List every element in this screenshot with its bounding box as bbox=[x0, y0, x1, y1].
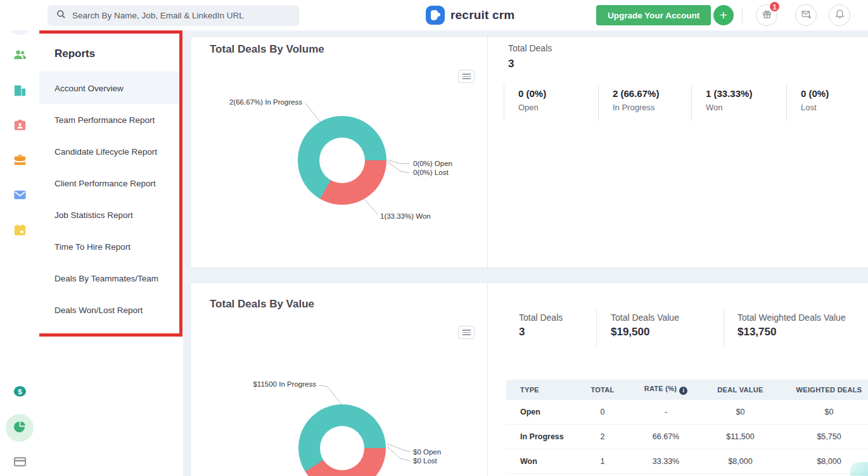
header-weighted-deals: WEIGHTED DEALS bbox=[783, 386, 868, 394]
mail-button[interactable] bbox=[795, 4, 817, 26]
briefcase-icon bbox=[13, 153, 27, 170]
cell-type: Won bbox=[506, 457, 571, 466]
stat-in-progress-value: 2 (66.67%) bbox=[613, 88, 691, 99]
weighted-deals-value-label: Total Weighted Deals Value bbox=[737, 312, 846, 323]
people-icon bbox=[13, 48, 27, 65]
stat-won-value: 1 (33.33%) bbox=[706, 88, 786, 99]
rail-companies-item[interactable] bbox=[6, 77, 34, 105]
total-deals-by-volume-card: Total Deals By Volume 2(66.67%) In Progr… bbox=[190, 36, 868, 268]
deals-value-donut-chart[interactable] bbox=[298, 404, 386, 476]
cell-total: 1 bbox=[571, 457, 634, 466]
total-deals-by-value-card: Total Deals By Value $11500 In Progress … bbox=[190, 282, 868, 476]
quick-add-button[interactable]: + bbox=[713, 5, 734, 25]
pie-chart-icon bbox=[13, 420, 27, 437]
reports-nav-highlighted: Reports Account Overview Team Performanc… bbox=[36, 30, 182, 337]
stat-open-label: Open bbox=[518, 103, 598, 112]
calendar-icon bbox=[13, 222, 27, 240]
stat-lost: 0 (0%) Lost bbox=[786, 84, 868, 121]
stat-open: 0 (0%) Open bbox=[504, 84, 598, 121]
envelope-icon bbox=[13, 188, 27, 205]
donut-hole bbox=[319, 138, 365, 183]
donut-label-lost: $0 Lost bbox=[413, 457, 437, 465]
search-input[interactable] bbox=[72, 11, 290, 20]
cell-type: In Progress bbox=[506, 432, 571, 441]
donut-hole bbox=[320, 426, 364, 470]
total-deals-value: 3 bbox=[508, 58, 514, 70]
stat-in-progress: 2 (66.67%) In Progress bbox=[598, 84, 691, 121]
cell-deal-value: $11,500 bbox=[698, 432, 783, 441]
value-card-title: Total Deals By Value bbox=[210, 298, 314, 311]
weighted-deals-value-value: $13,750 bbox=[737, 326, 776, 338]
module-rail: $ bbox=[0, 0, 39, 476]
rail-deals-item[interactable]: $ bbox=[6, 378, 34, 406]
stat-won-label: Won bbox=[706, 103, 786, 112]
stat-lost-value: 0 (0%) bbox=[801, 88, 868, 99]
cell-deal-value: $8,000 bbox=[698, 457, 783, 466]
stat-lost-label: Lost bbox=[801, 103, 868, 112]
report-item-candidate-lifecycle[interactable]: Candidate Lifecycle Report bbox=[39, 136, 179, 167]
rail-candidates-item[interactable] bbox=[6, 42, 34, 70]
donut-label-open: 0(0%) Open bbox=[413, 160, 452, 167]
report-item-deals-by-teammates[interactable]: Deals By Teammates/Team bbox=[39, 262, 179, 294]
rail-billing-item[interactable] bbox=[6, 449, 34, 476]
global-search[interactable] bbox=[48, 5, 299, 26]
dollar-coin-icon: $ bbox=[13, 384, 27, 401]
info-icon[interactable]: i bbox=[679, 387, 687, 395]
cell-rate: 33.33% bbox=[634, 457, 698, 466]
total-deals-value-value: $19,500 bbox=[611, 326, 649, 338]
card-divider bbox=[487, 37, 488, 267]
donut-label-won: 1(33.33%) Won bbox=[380, 212, 431, 220]
credit-card-icon bbox=[13, 454, 27, 472]
topbar-divider bbox=[742, 7, 743, 23]
top-bar: recruit crm Upgrade Your Account + 1 bbox=[0, 0, 868, 30]
stat-open-value: 0 (0%) bbox=[518, 88, 598, 99]
chat-widget-button[interactable] bbox=[850, 462, 868, 476]
upgrade-account-button[interactable]: Upgrade Your Account bbox=[596, 5, 711, 25]
stats-divider bbox=[724, 310, 724, 347]
total-deals-label: Total Deals bbox=[508, 43, 552, 53]
report-item-job-statistics[interactable]: Job Statistics Report bbox=[39, 199, 179, 231]
card-divider bbox=[487, 283, 488, 476]
gift-notification-badge: 1 bbox=[769, 1, 781, 13]
value-total-deals-label: Total Deals bbox=[519, 312, 563, 323]
notifications-button[interactable] bbox=[829, 4, 850, 26]
report-item-account-overview[interactable]: Account Overview bbox=[39, 72, 179, 104]
stats-divider bbox=[596, 310, 597, 347]
report-item-client-performance[interactable]: Client Performance Report bbox=[39, 167, 179, 199]
svg-text:$: $ bbox=[18, 387, 22, 395]
cell-deal-value: $0 bbox=[698, 408, 783, 416]
rail-calendar-item[interactable] bbox=[6, 217, 34, 245]
report-item-team-performance[interactable]: Team Performance Report bbox=[39, 104, 179, 136]
header-rate: RATE (%)i bbox=[634, 385, 698, 395]
reports-nav-title: Reports bbox=[39, 34, 179, 72]
donut-label-in-progress: 2(66.67%) In Progress bbox=[229, 98, 302, 106]
building-icon bbox=[13, 83, 27, 100]
cell-total: 0 bbox=[571, 408, 634, 416]
donut-label-open: $0 Open bbox=[413, 448, 441, 456]
header-type: TYPE bbox=[506, 386, 571, 394]
report-item-deals-won-lost[interactable]: Deals Won/Lost Report bbox=[39, 294, 179, 326]
header-total: TOTAL bbox=[571, 386, 634, 394]
table-row-in-progress: In Progress 2 66.67% $11,500 $5,750 bbox=[506, 425, 868, 449]
brand-name: recruit crm bbox=[450, 8, 514, 22]
table-row-open: Open 0 - $0 $0 bbox=[506, 400, 868, 425]
cell-rate: 66.67% bbox=[634, 432, 698, 441]
rail-email-item[interactable] bbox=[6, 182, 34, 210]
cell-rate: - bbox=[634, 408, 698, 416]
chart-context-menu-button[interactable] bbox=[458, 326, 475, 339]
cell-type: Open bbox=[506, 408, 571, 416]
cell-weighted: $5,750 bbox=[783, 432, 868, 441]
brand: recruit crm bbox=[426, 6, 514, 25]
chart-context-menu-button[interactable] bbox=[458, 70, 475, 83]
rail-analytics-item-active[interactable] bbox=[6, 414, 34, 442]
stat-won: 1 (33.33%) Won bbox=[691, 84, 786, 121]
rail-jobs-item[interactable] bbox=[6, 147, 34, 175]
stat-in-progress-label: In Progress bbox=[613, 103, 691, 112]
value-total-deals-value: 3 bbox=[519, 326, 525, 338]
recruit-crm-logo-icon bbox=[426, 6, 445, 25]
deals-value-table: TYPE TOTAL RATE (%)i DEAL VALUE WEIGHTED… bbox=[506, 380, 868, 474]
deals-volume-donut-chart[interactable] bbox=[298, 116, 386, 205]
report-item-time-to-hire[interactable]: Time To Hire Report bbox=[39, 231, 179, 262]
rail-contacts-item[interactable] bbox=[6, 112, 34, 140]
header-deal-value: DEAL VALUE bbox=[698, 386, 783, 394]
